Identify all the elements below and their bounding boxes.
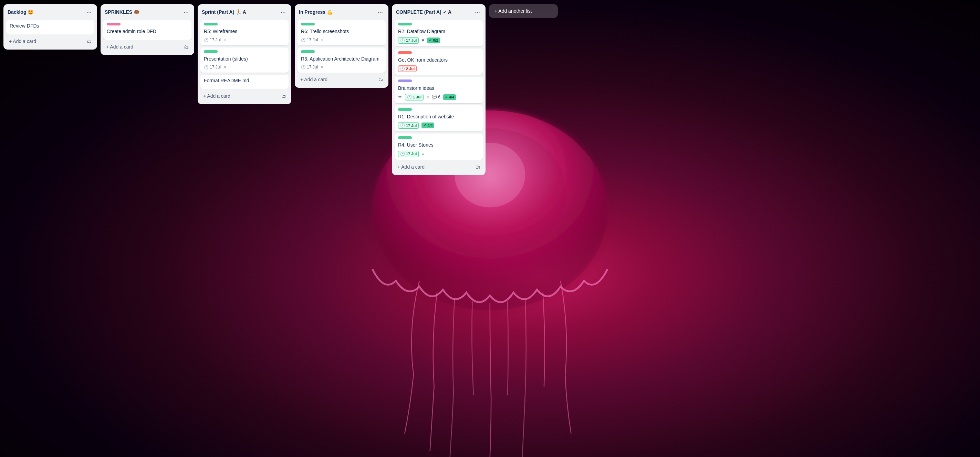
card-meta: 🕐17 Jul≡ [398,151,479,157]
card-title: Format README.md [204,78,285,84]
board: Backlog 🤩···Review DFDs+ Add a card🗂SPRI… [0,0,980,457]
card-date: 🕐2 Jul [398,65,417,72]
list-menu-btn-in-progress[interactable]: ··· [376,8,384,16]
card-title: R6: Trello screenshots [301,28,382,35]
clock-icon [301,65,306,70]
card-date: 🕐1 Jul [405,94,423,100]
list-menu-btn-backlog[interactable]: ··· [85,8,93,16]
desc-icon: ≡ [422,38,424,43]
card-card-brainstorm[interactable]: Brainstorm ideas👁🕐1 Jul≡💬6✓4/4 [395,77,483,103]
card-card-get-ok[interactable]: Get OK from educators🕐2 Jul [395,49,483,75]
checklist-badge: ✓4/4 [422,122,434,129]
card-card-r4-user-stories[interactable]: R4: User Stories🕐17 Jul≡ [395,133,483,160]
card-card-r3-arch[interactable]: R3: Application Architecture Diagram17 J… [298,48,386,73]
card-card-r6-trello[interactable]: R6: Trello screenshots17 Jul≡ [298,20,386,45]
checklist-badge: ✓0/2 [427,38,440,43]
card-label [398,79,412,82]
desc-icon: ≡ [426,94,429,100]
desc-icon: ≡ [223,64,226,70]
add-card-btn-complete-part-a[interactable]: + Add a card [396,162,474,172]
list-menu-btn-sprinkles[interactable]: ··· [182,8,190,16]
clock-icon [204,38,209,42]
add-card-row-in-progress: + Add a card🗂 [298,75,386,84]
eye-icon: 👁 [398,95,402,100]
add-card-btn-sprint-part-a[interactable]: + Add a card [202,91,280,101]
card-title: Presentation (slides) [204,56,285,63]
desc-icon: ≡ [321,37,323,43]
list-title-sprint-part-a: Sprint (Part A) 🏃 A [202,9,279,15]
card-template-btn-backlog[interactable]: 🗂 [85,37,93,45]
cards-sprinkles: Create admin role DFD [103,20,191,40]
card-label [204,23,218,25]
card-date: 17 Jul [301,38,318,42]
card-card-r5-wireframes[interactable]: R5: Wireframes17 Jul≡ [200,20,288,45]
comment-badge: 💬6 [432,95,441,100]
card-title: R3: Application Architecture Diagram [301,56,382,63]
list-menu-btn-complete-part-a[interactable]: ··· [474,8,481,16]
list-title-backlog: Backlog 🤩 [8,9,85,15]
card-date: 🕐17 Jul [398,37,419,44]
card-meta: 🕐17 Jul✓4/4 [398,122,479,129]
list-complete-part-a: COMPLETE (Part A) ✓ A···R2: Dataflow Dia… [392,4,485,175]
card-date: 🕐17 Jul [398,122,419,129]
add-card-row-complete-part-a: + Add a card🗂 [395,162,483,172]
checklist-badge: ✓4/4 [443,94,456,100]
list-sprinkles: SPRINKLES 🍩···Create admin role DFD+ Add… [100,4,194,55]
list-in-progress: In Progress 💪···R6: Trello screenshots17… [295,4,388,88]
card-title: Get OK from educators [398,57,479,63]
card-meta: 17 Jul≡ [204,37,285,43]
card-label [107,23,121,25]
card-title: Brainstorm ideas [398,85,479,92]
cards-complete-part-a: R2: Dataflow Diagram🕐17 Jul≡✓0/2Get OK f… [395,20,483,160]
card-label [301,23,315,25]
card-title: R2: Dataflow Diagram [398,28,479,35]
add-card-row-sprint-part-a: + Add a card🗂 [200,91,288,101]
add-list-button[interactable]: + Add another list [489,4,558,18]
add-card-row-sprinkles: + Add a card🗂 [103,42,191,52]
card-title: Create admin role DFD [107,28,188,35]
card-date: 🕐17 Jul [398,151,419,157]
card-label [398,23,412,25]
card-meta: 17 Jul≡ [204,64,285,70]
desc-icon: ≡ [223,37,226,43]
card-date: 17 Jul [204,65,221,70]
clock-icon [301,38,306,42]
card-meta: 🕐2 Jul [398,65,479,72]
add-card-row-backlog: + Add a card🗂 [6,36,94,46]
cards-sprint-part-a: R5: Wireframes17 Jul≡Presentation (slide… [200,20,288,89]
card-template-btn-sprint-part-a[interactable]: 🗂 [280,92,287,100]
card-title: R4: User Stories [398,142,479,149]
cards-backlog: Review DFDs [6,20,94,35]
list-title-complete-part-a: COMPLETE (Part A) ✓ A [396,9,474,15]
card-date: 17 Jul [204,38,221,42]
card-card-presentation[interactable]: Presentation (slides)17 Jul≡ [200,48,288,73]
card-label [301,50,315,53]
card-label [398,51,412,54]
card-card-review-dfds[interactable]: Review DFDs [6,20,94,35]
card-meta: 17 Jul≡ [301,37,382,43]
list-sprint-part-a: Sprint (Part A) 🏃 A···R5: Wireframes17 J… [198,4,291,104]
card-template-btn-complete-part-a[interactable]: 🗂 [474,163,481,171]
card-date: 17 Jul [301,65,318,70]
list-title-sprinkles: SPRINKLES 🍩 [105,9,182,15]
card-label [398,108,412,111]
add-card-btn-in-progress[interactable]: + Add a card [299,75,377,84]
card-template-btn-sprinkles[interactable]: 🗂 [183,43,190,51]
add-card-btn-sprinkles[interactable]: + Add a card [105,42,183,52]
card-template-btn-in-progress[interactable]: 🗂 [377,75,384,84]
add-card-btn-backlog[interactable]: + Add a card [8,36,85,46]
card-meta: 17 Jul≡ [301,64,382,70]
card-card-r2-dataflow[interactable]: R2: Dataflow Diagram🕐17 Jul≡✓0/2 [395,20,483,46]
card-card-format-readme[interactable]: Format README.md✏️ [200,75,288,89]
card-title: Review DFDs [10,23,91,30]
card-title: R1: Description of website [398,114,479,121]
cards-in-progress: R6: Trello screenshots17 Jul≡R3: Applica… [298,20,386,73]
card-card-r1-desc[interactable]: R1: Description of website🕐17 Jul✓4/4 [395,105,483,132]
list-title-in-progress: In Progress 💪 [299,9,376,15]
card-card-create-admin[interactable]: Create admin role DFD [103,20,191,40]
list-backlog: Backlog 🤩···Review DFDs+ Add a card🗂 [3,4,97,49]
card-meta: 👁🕐1 Jul≡💬6✓4/4 [398,94,479,100]
card-title: R5: Wireframes [204,28,285,35]
card-label [398,136,412,139]
list-menu-btn-sprint-part-a[interactable]: ··· [279,8,287,16]
